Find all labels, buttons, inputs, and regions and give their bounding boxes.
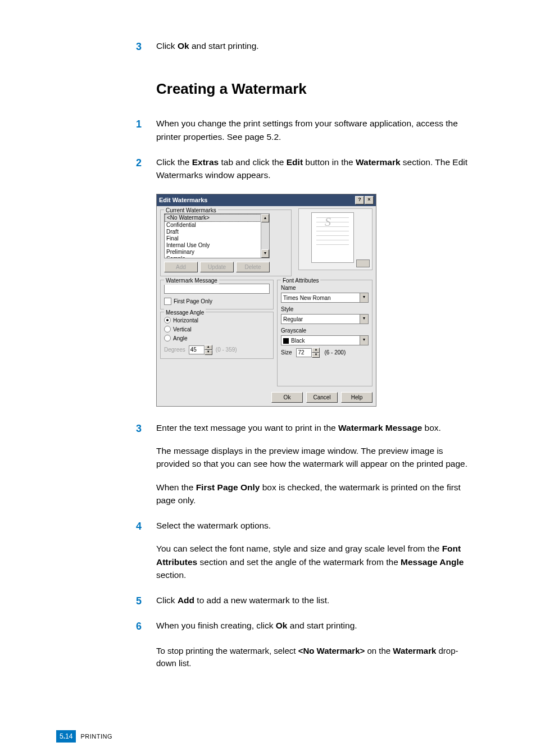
step-text: When you finish creating, click Ok and s… <box>156 619 474 632</box>
message-angle-group: Message Angle Horizontal Vertical Angle … <box>160 312 274 359</box>
page-number-badge: 5.14 <box>56 730 76 743</box>
step-number: 4 <box>136 519 142 534</box>
black-swatch-icon <box>283 338 289 344</box>
degrees-label: Degrees <box>164 345 185 354</box>
step-text: Click Add to add a new watermark to the … <box>156 594 474 607</box>
step-text: You can select the font name, style and … <box>156 542 474 581</box>
degrees-range: (0 - 359) <box>216 345 237 354</box>
help-button[interactable]: Help <box>341 392 373 403</box>
dialog-title: Edit Watermarks <box>159 195 207 205</box>
text: and start printing. <box>189 41 259 51</box>
chevron-down-icon[interactable]: ▼ <box>360 315 368 324</box>
step-4: 4 Select the watermark options. You can … <box>156 519 474 581</box>
first-page-only-checkbox[interactable] <box>164 298 171 305</box>
step-text: When the First Page Only box is checked,… <box>156 481 474 507</box>
angle-radio[interactable] <box>164 335 171 341</box>
step-text: The message displays in the preview imag… <box>156 444 474 471</box>
list-item[interactable]: Confidential <box>165 222 269 229</box>
step-2: 2 Click the Extras tab and click the Edi… <box>156 156 474 182</box>
group-legend: Message Angle <box>164 308 206 317</box>
step-3-prior: 3 Click Ok and start printing. <box>156 39 474 52</box>
watermark-message-group: Watermark Message First Page Only <box>160 280 274 309</box>
list-item[interactable]: Final <box>165 235 269 242</box>
step-3: 3 Enter the text message you want to pri… <box>156 421 474 507</box>
watermark-message-input[interactable] <box>164 284 270 294</box>
checkbox-label: First Page Only <box>174 297 212 306</box>
scrollbar[interactable]: ▲ ▼ <box>261 214 269 258</box>
grayscale-value: Black <box>281 336 360 345</box>
delete-button[interactable]: Delete <box>236 262 270 272</box>
preview-page-icon <box>311 212 354 263</box>
size-label: Size <box>281 348 292 357</box>
spin-up-icon[interactable]: ▲ <box>312 348 320 353</box>
list-item[interactable]: Draft <box>165 229 269 235</box>
size-range: (6 - 200) <box>324 348 346 357</box>
radio-label: Vertical <box>173 325 192 334</box>
style-label: Style <box>281 305 369 313</box>
radio-label: Angle <box>173 334 188 343</box>
degrees-stepper[interactable]: 45 ▲ ▼ <box>189 345 212 355</box>
ok-button[interactable]: Ok <box>271 392 303 403</box>
dialog-titlebar: Edit Watermarks ? × <box>157 194 376 206</box>
update-button[interactable]: Update <box>200 262 234 272</box>
degrees-value[interactable]: 45 <box>189 345 205 354</box>
add-button[interactable]: Add <box>164 262 198 272</box>
current-watermarks-group: Current Watermarks <No Watermark> Confid… <box>160 210 292 276</box>
font-style-value: Regular <box>281 315 360 324</box>
list-item[interactable]: Sample <box>165 256 269 258</box>
size-value[interactable]: 72 <box>296 348 312 357</box>
font-attributes-group: Font Attributes Name Times New Roman ▼ S… <box>277 280 373 386</box>
preview-pane: S <box>298 208 373 270</box>
section-title: Creating a Watermark <box>156 78 474 100</box>
step-text: Enter the text message you want to print… <box>156 421 474 434</box>
preview-s-mark: S <box>325 212 331 231</box>
step-text: Select the watermark options. <box>156 519 474 532</box>
chevron-down-icon[interactable]: ▼ <box>360 293 368 302</box>
font-style-select[interactable]: Regular ▼ <box>281 314 369 324</box>
chevron-down-icon[interactable]: ▼ <box>360 336 368 345</box>
vertical-radio[interactable] <box>164 326 171 333</box>
help-icon[interactable]: ? <box>355 196 364 204</box>
edit-watermarks-screenshot: Edit Watermarks ? × Current Watermarks <box>156 194 474 407</box>
list-item[interactable]: Internal Use Only <box>165 242 269 249</box>
bold-ok: Ok <box>178 41 189 51</box>
grayscale-label: Grayscale <box>281 326 369 335</box>
name-label: Name <box>281 284 369 292</box>
step-number: 3 <box>136 421 142 436</box>
step-text: When you change the print settings from … <box>156 117 474 143</box>
size-stepper[interactable]: 72 ▲ ▼ <box>296 348 320 358</box>
grayscale-select[interactable]: Black ▼ <box>281 335 369 345</box>
step-number: 5 <box>136 594 142 609</box>
cancel-button[interactable]: Cancel <box>306 392 338 403</box>
step-1: 1 When you change the print settings fro… <box>156 117 474 143</box>
scroll-down-icon[interactable]: ▼ <box>261 249 269 258</box>
page-footer: 5.14 Printing <box>56 730 112 743</box>
step-text: Click the Extras tab and click the Edit … <box>156 156 474 182</box>
step-number: 1 <box>136 117 142 132</box>
step-body: Click Ok and start printing. <box>156 39 474 52</box>
list-item[interactable]: <No Watermark> <box>165 214 269 222</box>
close-icon[interactable]: × <box>365 196 374 204</box>
group-legend: Watermark Message <box>164 276 219 285</box>
footer-section-label: Printing <box>80 732 112 741</box>
radio-label: Horizontal <box>173 316 198 325</box>
horizontal-radio[interactable] <box>164 317 171 324</box>
step-6: 6 When you finish creating, click Ok and… <box>156 619 474 632</box>
preview-tray-icon <box>356 259 370 267</box>
group-legend: Font Attributes <box>281 276 320 285</box>
step-number: 3 <box>136 39 142 54</box>
watermarks-listbox[interactable]: <No Watermark> Confidential Draft Final … <box>164 213 270 258</box>
spin-up-icon[interactable]: ▲ <box>205 345 212 350</box>
step-number: 2 <box>136 156 142 171</box>
spin-down-icon[interactable]: ▼ <box>312 353 320 358</box>
spin-down-icon[interactable]: ▼ <box>205 350 212 355</box>
scroll-up-icon[interactable]: ▲ <box>261 214 269 222</box>
list-item[interactable]: Preliminary <box>165 249 269 256</box>
tail-paragraph: To stop printing the watermark, select <… <box>156 645 474 670</box>
text: Click <box>156 41 178 51</box>
edit-watermarks-dialog: Edit Watermarks ? × Current Watermarks <box>156 194 376 407</box>
step-5: 5 Click Add to add a new watermark to th… <box>156 594 474 607</box>
step-number: 6 <box>136 619 142 634</box>
font-name-select[interactable]: Times New Roman ▼ <box>281 293 369 303</box>
font-name-value: Times New Roman <box>281 293 360 302</box>
